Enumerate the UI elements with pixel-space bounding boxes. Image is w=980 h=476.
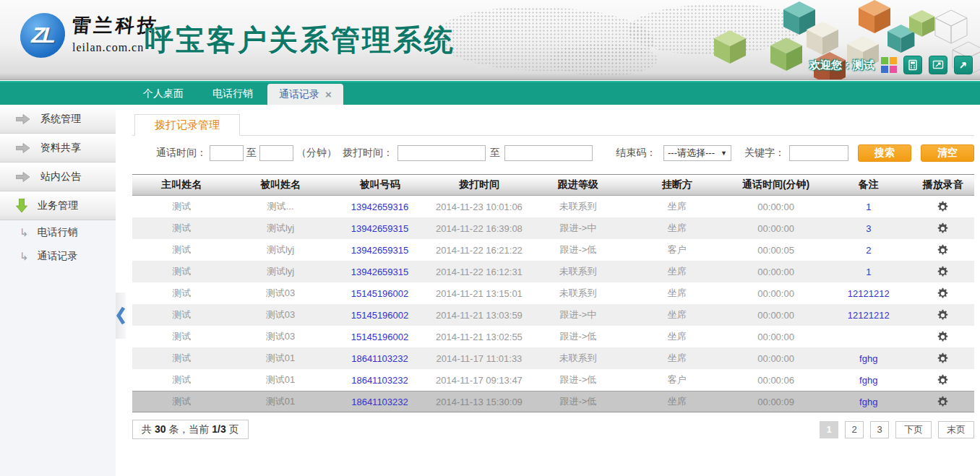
play-recording-button[interactable] [937,287,949,300]
arrow-right-icon [16,172,30,182]
cell-call-duration: 00:00:00 [726,267,825,277]
cell-callee-number: 15145196002 [330,288,429,299]
collapse-sidebar-handle[interactable] [116,293,126,339]
cell-callee-number: 15145196002 [330,332,429,342]
cell-dial-time: 2014-11-21 13:02:55 [429,332,528,342]
cell-hangup-party: 坐席 [627,395,726,408]
play-recording-button[interactable] [937,374,949,386]
note-link[interactable]: 2 [866,245,871,256]
gear-icon [937,396,949,408]
tab-dial-record-management[interactable]: 拨打记录管理 [134,114,240,136]
play-recording-button[interactable] [937,352,949,365]
page-button-3[interactable]: 3 [870,421,889,438]
note-link[interactable]: 3 [866,223,871,234]
table-row[interactable]: 测试 测试03 15145196002 2014-11-21 13:15:01 … [132,282,974,304]
callee-number-link[interactable]: 13942659315 [351,223,409,234]
sidebar-subitem-label: 通话记录 [38,250,78,263]
cell-callee-name: 测试03 [231,308,330,321]
end-code-select[interactable]: ---请选择--- ▼ [663,145,731,161]
close-tab-icon[interactable]: × [325,89,332,100]
callee-number-link[interactable]: 15145196002 [351,310,409,321]
note-link[interactable]: fghg [859,397,877,407]
chevron-left-icon [116,306,125,325]
sidebar-item-business-management[interactable]: 业务管理 [0,191,116,220]
callee-number-link[interactable]: 15145196002 [351,288,409,299]
table-row[interactable]: 测试 测试03 15145196002 2014-11-21 13:03:59 … [132,304,974,326]
play-recording-button[interactable] [937,396,949,408]
play-recording-button[interactable] [937,266,949,278]
page-button-1[interactable]: 1 [820,421,838,438]
cell-play-recording [912,308,974,321]
minutes-label: （分钟） [296,147,337,160]
sidebar-subitem-call-records[interactable]: ↳ 通话记录 [0,244,116,268]
cell-hangup-party: 坐席 [627,287,726,300]
cell-callee-number: 18641103232 [330,353,429,364]
sidebar-item-site-announcements[interactable]: 站内公告 [0,163,116,191]
keyword-input[interactable] [789,145,848,161]
table-row[interactable]: 测试 测试lyj 13942659315 2014-11-22 16:21:22… [132,239,974,261]
tab-phone-marketing[interactable]: 电话行销 [198,82,267,105]
note-link[interactable]: 1 [866,267,871,277]
sidebar-item-system-management[interactable]: 系统管理 [0,105,116,134]
cell-follow-level: 未联系到 [529,352,627,365]
tab-personal-desktop[interactable]: 个人桌面 [129,82,198,105]
callee-number-link[interactable]: 18641103232 [351,353,408,364]
world-map-dots [549,43,658,76]
cell-callee-name: 测试03 [231,287,330,300]
callee-number-link[interactable]: 13942659315 [351,245,409,256]
note-link[interactable]: 12121212 [848,288,890,299]
callee-number-link[interactable]: 18641103232 [351,397,408,407]
table-footer: 共 30 条，当前 1/3 页 1 2 3 下页 末页 [132,420,974,439]
top-nav-bar: 个人桌面 电话行销 通话记录 × [0,81,980,105]
next-page-button[interactable]: 下页 [895,421,932,438]
cell-caller-name: 测试 [132,200,231,213]
search-button[interactable]: 搜索 [858,144,911,162]
table-row[interactable]: 测试 测试03 15145196002 2014-11-21 13:02:55 … [132,326,974,347]
play-recording-button[interactable] [937,331,949,343]
table-row[interactable]: 测试 测试01 18641103232 2014-11-13 15:30:09 … [132,391,974,412]
note-link[interactable]: 1 [866,202,871,212]
keyword-label: 关键字： [744,147,785,160]
play-recording-button[interactable] [937,309,949,321]
table-row[interactable]: 测试 测试lyj 13942659315 2014-11-22 16:39:08… [132,217,974,239]
call-time-label: 通话时间： [156,147,207,160]
sidebar-item-data-sharing[interactable]: 资料共享 [0,134,116,163]
clear-button[interactable]: 清空 [921,144,974,162]
table-row[interactable]: 测试 测试... 13942659316 2014-11-23 10:01:06… [132,196,974,217]
call-time-to-input[interactable] [259,145,293,161]
dialpad-button[interactable] [903,56,922,74]
apps-grid-icon[interactable] [881,57,897,73]
table-row[interactable]: 测试 测试lyj 13942659315 2014-11-22 16:12:31… [132,261,974,282]
play-recording-button[interactable] [937,244,949,256]
note-link[interactable]: fghg [859,375,877,386]
callee-number-link[interactable]: 18641103232 [351,375,408,386]
logo: ZL 雷兰科技 leilan.com.cn [20,13,159,58]
callee-number-link[interactable]: 13942659315 [351,267,409,277]
cell-follow-level: 未联系到 [529,287,627,300]
call-time-from-input[interactable] [210,145,244,161]
callee-number-link[interactable]: 13942659316 [351,202,409,212]
dial-time-from-input[interactable] [397,145,486,161]
screen-switch-button[interactable] [929,56,947,74]
sidebar-subitem-phone-marketing[interactable]: ↳ 电话行销 [0,220,116,244]
table-row[interactable]: 测试 测试01 18641103232 2014-11-17 09:13:47 … [132,369,974,391]
note-link[interactable]: 12121212 [848,310,890,321]
play-recording-button[interactable] [937,222,949,235]
expand-button[interactable] [954,56,973,74]
tab-call-records-label: 通话记录 [279,84,319,105]
cell-call-duration: 00:00:00 [726,332,825,342]
cell-play-recording [912,352,974,364]
play-recording-button[interactable] [937,201,949,213]
callee-number-link[interactable]: 15145196002 [351,332,409,342]
grid-cell-pink [890,66,897,73]
last-page-button[interactable]: 末页 [938,421,974,438]
page-button-2[interactable]: 2 [845,421,864,438]
table-row[interactable]: 测试 测试01 18641103232 2014-11-17 11:01:33 … [132,347,974,369]
cell-caller-name: 测试 [132,265,231,278]
note-link[interactable]: fghg [859,353,877,364]
cell-play-recording [912,330,974,342]
cell-notes: 1 [825,267,912,277]
dial-time-to-input[interactable] [504,145,593,161]
tab-call-records[interactable]: 通话记录 × [267,84,343,105]
logo-monogram: ZL [19,13,66,58]
